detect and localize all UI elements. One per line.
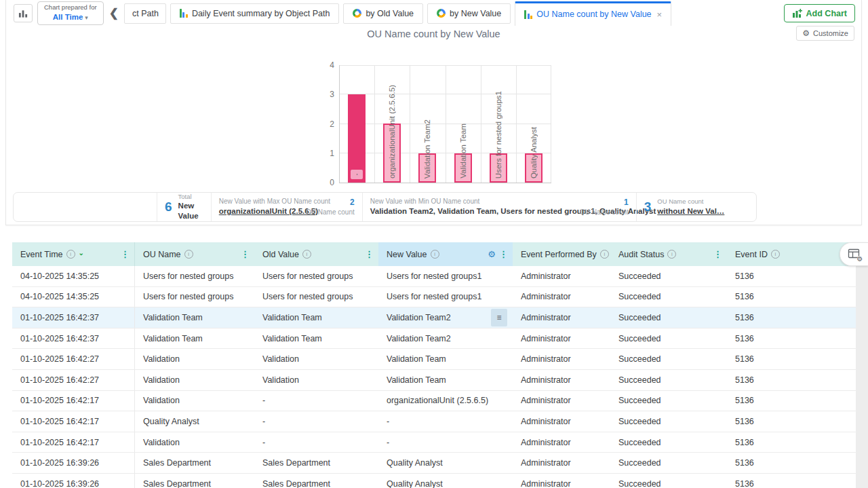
summary-spacer <box>14 193 157 221</box>
cell-new-value: organizationalUnit (2.5.6.5) <box>378 391 513 411</box>
cell-text: Administrator <box>521 417 571 426</box>
cell-text: 5136 <box>735 396 754 405</box>
scroll-tabs-left-icon[interactable]: ❮ <box>108 6 119 20</box>
bar-category-label: Quality Analyst <box>529 127 538 179</box>
tab-daily-event-summary-by-object-path[interactable]: Daily Event summary by Object Path <box>170 3 340 24</box>
column-label: OU Name <box>143 250 181 259</box>
column-menu-icon[interactable]: ⋮ <box>713 250 722 259</box>
tab-label: OU Name count by New Value <box>536 10 651 19</box>
cell-old-value: Validation <box>254 349 378 369</box>
cell-event-id: 5136 <box>727 432 856 453</box>
table-row[interactable]: 01-10-2025 16:39:26Sales DepartmentSales… <box>12 474 856 488</box>
table-row[interactable]: 01-10-2025 16:42:27ValidationValidationV… <box>12 349 856 370</box>
cell-text: Succeeded <box>618 438 661 447</box>
cell-text: Validation <box>262 375 299 385</box>
summary-label-bottom: New Value <box>178 201 203 221</box>
cell-text: Validation <box>262 354 299 364</box>
bar-category-label: organizationalUnit (2.5.6.5) <box>387 85 397 179</box>
gridline-vertical <box>481 65 481 183</box>
bar <box>530 16 532 19</box>
tab-label: Daily Event summary by Object Path <box>192 9 330 18</box>
info-icon[interactable]: i <box>184 250 193 259</box>
tab-ou-name-count-by-new-value[interactable]: OU Name count by New Value× <box>515 1 671 26</box>
cell-text: Users for nested groups1 <box>387 292 481 301</box>
column-chooser-button[interactable]: ⚙ <box>840 242 868 266</box>
close-icon[interactable]: × <box>657 10 663 20</box>
cell-event-id: 5136 <box>727 349 856 369</box>
info-icon[interactable]: i <box>431 250 439 259</box>
cell-ou-name: Sales Department <box>135 474 254 488</box>
cell-ou-name: Quality Analyst <box>135 411 254 432</box>
table-row[interactable]: 01-10-2025 16:42:17Validation-organizati… <box>12 391 856 412</box>
table-row[interactable]: 01-10-2025 16:39:26Sales DepartmentSales… <box>12 453 856 474</box>
column-gear-icon[interactable]: ⚙ <box>488 249 496 259</box>
column-label: Event Performed By <box>521 250 597 259</box>
cell-new-value: Validation Team2 <box>378 329 513 349</box>
info-icon[interactable]: i <box>66 250 75 259</box>
info-icon[interactable]: i <box>771 250 780 259</box>
sort-desc-icon[interactable]: ⌄ <box>79 249 84 257</box>
caret-down-icon: ▾ <box>85 14 88 21</box>
cell-text: - <box>262 396 265 405</box>
summary-labels: TotalNew Value <box>178 193 203 221</box>
cell-text: - <box>387 417 389 426</box>
column-header-event-time[interactable]: Event Timei⌄⋮ <box>12 242 135 266</box>
cell-audit-status: Succeeded <box>610 474 727 488</box>
row-drag-handle-icon[interactable]: ≡ <box>491 309 507 326</box>
tab-by-new-value[interactable]: by New Value <box>427 3 511 24</box>
tab-label: by Old Value <box>366 9 414 18</box>
column-header-event-id[interactable]: Event IDi <box>727 242 856 266</box>
table-header-row: Event Timei⌄⋮OU Namei⋮Old Valuei⋮New Val… <box>12 242 856 266</box>
info-icon[interactable]: i <box>302 250 311 259</box>
cell-text: Administrator <box>521 313 571 322</box>
column-header-old-value[interactable]: Old Valuei⋮ <box>254 242 378 266</box>
y-axis-tick-label: 3 <box>321 90 334 99</box>
table-row[interactable]: 01-10-2025 16:42:37Validation TeamValida… <box>12 329 856 350</box>
table-row[interactable]: 04-10-2025 14:35:25Users for nested grou… <box>12 287 856 308</box>
chart-list-button[interactable] <box>14 4 33 22</box>
y-axis-tick-label: 1 <box>321 149 334 158</box>
cell-old-value: Validation Team <box>254 307 378 328</box>
column-menu-icon[interactable]: ⋮ <box>241 250 250 259</box>
column-header-event-performed-by[interactable]: Event Performed Byi⋮ <box>513 242 610 266</box>
add-chart-button[interactable]: Add Chart <box>784 4 855 22</box>
cell-text: Administrator <box>521 375 571 385</box>
table-row[interactable]: 04-10-2025 14:35:25Users for nested grou… <box>12 266 856 287</box>
column-header-audit-status[interactable]: Audit Statusi⋮ <box>610 242 727 266</box>
summary-link[interactable]: without New Val… <box>657 206 724 217</box>
cell-text: Validation Team <box>262 313 322 322</box>
cell-ou-name: Validation <box>135 432 254 453</box>
table-row[interactable]: 01-10-2025 16:42:17Validation--Administr… <box>12 432 856 453</box>
cell-old-value: Validation Team <box>254 329 378 349</box>
time-range-dropdown[interactable]: Chart prepared for All Time▾ <box>37 1 104 25</box>
tab-ct-path[interactable]: ct Path <box>124 3 166 24</box>
chart-title: OU Name count by New Value <box>6 29 861 39</box>
summary-count: 1OU Name count <box>580 197 629 217</box>
info-icon[interactable]: i <box>600 250 609 259</box>
table-row[interactable]: 01-10-2025 16:42:37Validation TeamValida… <box>12 307 856 329</box>
info-icon[interactable]: i <box>667 250 676 259</box>
table-scrollbar[interactable] <box>856 242 868 488</box>
cell-text: 01-10-2025 16:42:17 <box>20 417 99 426</box>
cell-text: Administrator <box>521 458 571 468</box>
bar-chart-icon <box>18 9 28 18</box>
tab-by-old-value[interactable]: by Old Value <box>343 3 423 24</box>
cell-text: Succeeded <box>618 375 661 385</box>
summary-value-link[interactable]: organizationalUnit (2.5.6.5) <box>219 206 296 217</box>
cell-new-value: Validation Team <box>378 349 513 369</box>
cell-event-performed-by: Administrator <box>513 349 610 369</box>
column-menu-icon[interactable]: ⋮ <box>121 250 130 259</box>
bar <box>182 12 184 18</box>
column-menu-icon[interactable]: ⋮ <box>365 250 374 259</box>
chart-card: OU Name count by New Value ⚙ Customize 0… <box>5 0 862 225</box>
cell-audit-status: Succeeded <box>610 411 727 432</box>
cell-text: Administrator <box>521 292 571 301</box>
table-row[interactable]: 01-10-2025 16:42:27ValidationValidationV… <box>12 370 856 391</box>
column-header-new-value[interactable]: New Valuei⚙⋮ <box>378 242 513 266</box>
column-menu-icon[interactable]: ⋮ <box>499 250 508 259</box>
gridline-vertical <box>374 65 375 183</box>
table-row[interactable]: 01-10-2025 16:42:17Quality Analyst--Admi… <box>12 411 856 432</box>
column-header-ou-name[interactable]: OU Namei⋮ <box>135 242 254 266</box>
gridline-vertical <box>410 65 410 183</box>
cell-audit-status: Succeeded <box>610 349 727 369</box>
